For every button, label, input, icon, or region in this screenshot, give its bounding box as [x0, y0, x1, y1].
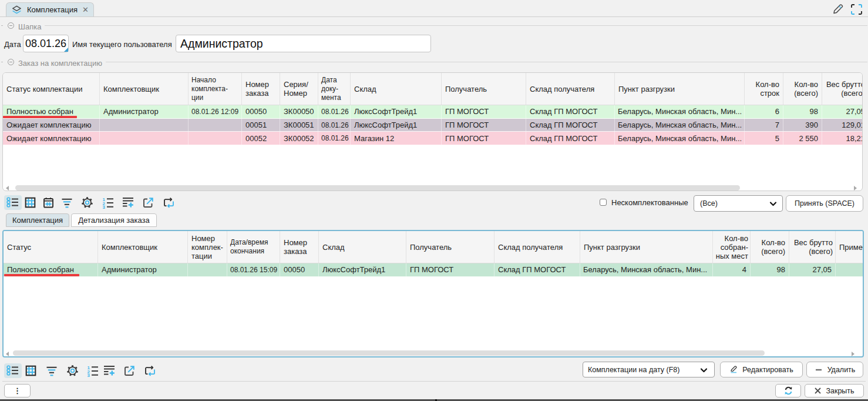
svg-text:3: 3 — [103, 205, 106, 209]
svg-text:3: 3 — [88, 373, 90, 377]
